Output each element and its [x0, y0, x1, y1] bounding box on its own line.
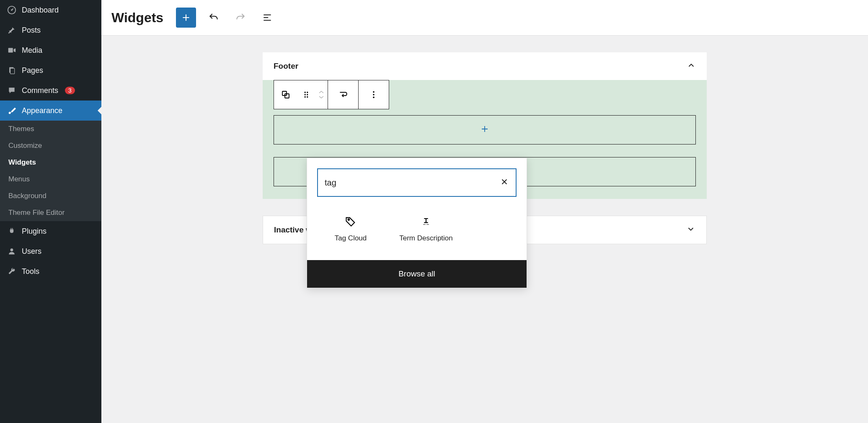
sidebar-item-label: Dashboard: [22, 6, 59, 15]
svg-point-14: [373, 91, 375, 93]
svg-rect-2: [8, 48, 13, 53]
block-result-tag-cloud[interactable]: Tag Cloud: [317, 211, 384, 248]
sidebar-item-users[interactable]: Users: [0, 241, 101, 261]
inserter-results: Tag Cloud Term Description: [307, 207, 527, 260]
move-to-button[interactable]: [328, 80, 358, 109]
block-result-term-description[interactable]: Term Description: [393, 211, 460, 248]
block-result-label: Tag Cloud: [335, 234, 367, 243]
sidebar-item-label: Posts: [22, 26, 41, 35]
sidebar-item-tools[interactable]: Tools: [0, 261, 101, 281]
sidebar-item-appearance[interactable]: Appearance: [0, 101, 101, 121]
widget-area-header[interactable]: Footer: [263, 52, 707, 80]
plug-icon: [7, 226, 17, 236]
svg-point-16: [373, 97, 375, 98]
undo-button[interactable]: [204, 8, 223, 27]
sidebar-item-dashboard[interactable]: Dashboard: [0, 0, 101, 20]
wrench-icon: [7, 266, 17, 276]
svg-rect-4: [10, 68, 15, 74]
redo-button[interactable]: [231, 8, 250, 27]
search-box: [317, 168, 517, 197]
sidebar-item-media[interactable]: Media: [0, 40, 101, 60]
dashboard-icon: [7, 5, 17, 15]
list-view-button[interactable]: [258, 8, 276, 27]
sidebar-subitem-background[interactable]: Background: [0, 188, 101, 204]
svg-point-1: [11, 9, 13, 11]
editor-canvas: Footer: [101, 36, 868, 423]
svg-point-15: [373, 94, 375, 95]
admin-sidebar: Dashboard Posts Media Pages Comments 3: [0, 0, 101, 423]
sidebar-subitem-menus[interactable]: Menus: [0, 171, 101, 188]
svg-point-13: [307, 96, 308, 98]
add-block-button[interactable]: [176, 8, 196, 28]
sidebar-item-plugins[interactable]: Plugins: [0, 221, 101, 241]
editor-topbar: Widgets: [101, 0, 868, 36]
brush-icon: [7, 106, 17, 116]
pages-icon: [7, 65, 17, 75]
svg-point-10: [305, 94, 306, 95]
block-appender[interactable]: [274, 115, 696, 144]
clear-search-button[interactable]: [500, 177, 509, 188]
sidebar-subitem-theme-file-editor[interactable]: Theme File Editor: [0, 204, 101, 221]
chevron-down-icon: [686, 224, 695, 235]
block-inserter-popover: Tag Cloud Term Description Browse all: [307, 158, 527, 288]
move-buttons[interactable]: [315, 80, 328, 109]
sidebar-item-label: Comments: [22, 86, 58, 95]
sidebar-item-label: Tools: [22, 267, 39, 276]
sidebar-item-label: Pages: [22, 66, 43, 75]
user-icon: [7, 246, 17, 256]
svg-point-11: [307, 94, 308, 95]
comment-icon: [7, 85, 17, 95]
sidebar-submenu-appearance: Themes Customize Widgets Menus Backgroun…: [0, 121, 101, 221]
sidebar-subitem-customize[interactable]: Customize: [0, 137, 101, 154]
browse-all-button[interactable]: Browse all: [307, 260, 527, 288]
block-options-button[interactable]: [359, 80, 389, 109]
sidebar-item-comments[interactable]: Comments 3: [0, 80, 101, 101]
svg-rect-6: [282, 91, 287, 95]
sidebar-item-pages[interactable]: Pages: [0, 60, 101, 80]
svg-point-8: [305, 92, 306, 93]
widget-area-title: Footer: [274, 62, 298, 71]
sidebar-item-label: Appearance: [22, 106, 62, 115]
block-type-button[interactable]: [274, 80, 297, 109]
sidebar-subitem-widgets[interactable]: Widgets: [0, 154, 101, 171]
svg-point-17: [348, 219, 350, 221]
sidebar-item-label: Users: [22, 247, 41, 256]
sidebar-item-posts[interactable]: Posts: [0, 20, 101, 40]
block-toolbar: [274, 80, 389, 109]
page-title: Widgets: [111, 10, 163, 26]
term-description-icon: [420, 215, 432, 228]
drag-handle[interactable]: [297, 80, 315, 109]
chevron-up-icon: [687, 61, 696, 72]
sidebar-item-label: Plugins: [22, 227, 46, 236]
svg-point-9: [307, 92, 308, 93]
plus-icon: [480, 124, 490, 136]
svg-rect-7: [285, 94, 289, 98]
main-content: Widgets Footer: [101, 0, 868, 423]
sidebar-subitem-themes[interactable]: Themes: [0, 121, 101, 137]
svg-point-5: [10, 248, 13, 251]
pin-icon: [7, 25, 17, 35]
block-result-label: Term Description: [399, 234, 453, 243]
media-icon: [7, 45, 17, 55]
block-search-input[interactable]: [325, 178, 500, 188]
svg-point-12: [305, 96, 306, 98]
comments-badge: 3: [65, 87, 75, 94]
sidebar-item-label: Media: [22, 46, 42, 55]
tag-icon: [345, 215, 356, 228]
